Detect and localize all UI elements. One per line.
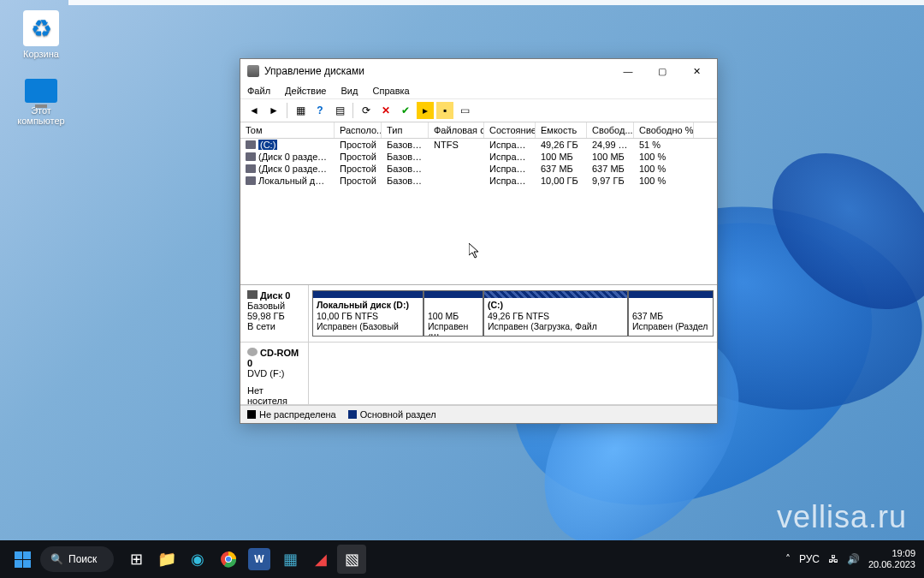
partition-efi[interactable]: 100 МБИсправен (Ши [424, 290, 483, 337]
recycle-glyph: ♻ [23, 10, 59, 46]
app5-icon[interactable]: ▦ [275, 545, 305, 574]
volume-table-header: Том Располо... Тип Файловая с... Состоян… [240, 122, 717, 139]
tray-chevron-icon[interactable]: ˄ [785, 553, 791, 565]
separator [287, 103, 287, 118]
volume-row[interactable]: Локальный диск (... Простой Базовый Испр… [240, 175, 717, 187]
start-button[interactable] [7, 544, 38, 575]
search-placeholder: Поиск [68, 553, 97, 565]
help-icon[interactable]: ? [311, 102, 329, 119]
titlebar[interactable]: Управление дисками — ▢ ✕ [240, 59, 717, 83]
disk-map: Диск 0 Базовый 59,98 ГБ В сети Локальный… [240, 284, 717, 405]
disk-mgmt-task-icon[interactable]: ▧ [337, 545, 366, 574]
search-icon: 🔍 [50, 553, 63, 565]
this-pc-icon[interactable]: Этот компьютер [10, 79, 72, 126]
system-tray: ˄ РУС 🖧 🔊 19:09 20.06.2023 [785, 548, 924, 569]
back-icon[interactable]: ◄ [246, 102, 263, 119]
action3-icon[interactable]: ▪ [436, 102, 453, 119]
clock-time: 19:09 [868, 548, 915, 559]
cdrom-row: CD-ROM 0 DVD (F:) Нет носителя [240, 343, 717, 405]
drive-icon [246, 140, 256, 149]
drive-icon [246, 164, 256, 173]
app-icon [247, 65, 259, 77]
file-explorer-icon[interactable]: 📁 [152, 545, 181, 574]
properties-icon[interactable]: ▤ [331, 102, 348, 119]
partition-c[interactable]: (C:)49,26 ГБ NTFSИсправен (Загрузка, Фай… [483, 290, 628, 337]
svg-point-2 [226, 557, 231, 562]
legend-primary: Основной раздел [348, 409, 436, 420]
windows-logo-icon [15, 551, 31, 568]
refresh-icon[interactable]: ⟳ [358, 102, 375, 119]
toolbar: ◄ ► ▦ ? ▤ ⟳ ✕ ✔ ▸ ▪ ▭ [240, 99, 717, 122]
legend: Не распределена Основной раздел [240, 405, 717, 423]
partition-stripe [484, 291, 627, 298]
close-button[interactable]: ✕ [679, 61, 714, 81]
chrome-icon[interactable] [214, 545, 243, 574]
volume-row[interactable]: (C:) Простой Базовый NTFS Исправен... 49… [240, 139, 717, 151]
minimize-button[interactable]: — [611, 61, 645, 81]
recycle-bin-icon[interactable]: ♻ Корзина [10, 10, 72, 59]
col-status[interactable]: Состояние [484, 122, 536, 138]
edge-icon[interactable]: ◉ [183, 545, 212, 574]
word-icon[interactable]: W [248, 548, 270, 570]
drive-icon [246, 152, 256, 161]
menu-help[interactable]: Справка [373, 86, 410, 96]
clock-date: 20.06.2023 [868, 559, 915, 570]
volume-icon[interactable]: 🔊 [847, 553, 860, 565]
partition-d[interactable]: Локальный диск (D:)10,00 ГБ NTFSИсправен… [312, 290, 424, 337]
partition-stripe [313, 291, 423, 298]
forward-icon[interactable]: ► [265, 102, 282, 119]
watermark: vellisa.ru [777, 499, 907, 535]
col-free[interactable]: Свобод... [587, 122, 634, 138]
app6-icon[interactable]: ◢ [306, 545, 335, 574]
task-view-icon[interactable]: ⊞ [121, 545, 151, 574]
search-box[interactable]: 🔍 Поиск [40, 546, 114, 572]
disk0-partitions: Локальный диск (D:)10,00 ГБ NTFSИсправен… [309, 285, 717, 342]
cdrom-empty [309, 343, 717, 404]
col-pct-free[interactable]: Свободно % [634, 122, 694, 138]
disk-management-window: Управление дисками — ▢ ✕ Файл Действие В… [240, 58, 718, 424]
delete-icon[interactable]: ✕ [377, 102, 394, 119]
clock[interactable]: 19:09 20.06.2023 [868, 548, 915, 569]
volume-table-body: (C:) Простой Базовый NTFS Исправен... 49… [240, 139, 717, 284]
drive-icon [246, 176, 256, 185]
maximize-button[interactable]: ▢ [645, 61, 679, 81]
col-fs[interactable]: Файловая с... [429, 122, 484, 138]
col-capacity[interactable]: Емкость [536, 122, 587, 138]
disk-icon [247, 290, 258, 299]
recycle-label: Корзина [10, 49, 72, 59]
pc-glyph [25, 79, 57, 103]
network-icon[interactable]: 🖧 [828, 553, 838, 565]
menu-file[interactable]: Файл [247, 86, 270, 96]
menubar: Файл Действие Вид Справка [240, 83, 717, 99]
action2-icon[interactable]: ▸ [417, 102, 434, 119]
taskbar: 🔍 Поиск ⊞ 📁 ◉ W ▦ ◢ ▧ ˄ РУС 🖧 🔊 19:09 20… [0, 540, 924, 578]
language-indicator[interactable]: РУС [799, 553, 820, 565]
volume-row[interactable]: (Диск 0 раздел 5) Простой Базовый Исправ… [240, 163, 717, 175]
partition-stripe [424, 291, 483, 298]
disk0-row: Диск 0 Базовый 59,98 ГБ В сети Локальный… [240, 285, 717, 343]
partition-stripe [629, 291, 713, 298]
show-hide-tree-icon[interactable]: ▦ [292, 102, 309, 119]
col-type[interactable]: Тип [382, 122, 429, 138]
menu-action[interactable]: Действие [285, 86, 326, 96]
this-pc-label: Этот компьютер [10, 105, 72, 126]
menu-view[interactable]: Вид [341, 86, 358, 96]
cd-icon [247, 348, 258, 356]
separator [352, 103, 353, 118]
partition-recovery[interactable]: 637 МБИсправен (Раздел во [628, 290, 714, 337]
taskbar-apps: ⊞ 📁 ◉ W ▦ ◢ ▧ [121, 545, 366, 574]
col-layout[interactable]: Располо... [335, 122, 382, 138]
legend-unallocated: Не распределена [247, 409, 336, 420]
cdrom-info[interactable]: CD-ROM 0 DVD (F:) Нет носителя [240, 343, 309, 404]
volume-row[interactable]: (Диск 0 раздел 2) Простой Базовый Исправ… [240, 151, 717, 163]
action1-icon[interactable]: ✔ [397, 102, 414, 119]
col-volume[interactable]: Том [240, 122, 335, 138]
window-title: Управление дисками [264, 65, 611, 77]
disk0-info[interactable]: Диск 0 Базовый 59,98 ГБ В сети [240, 285, 309, 342]
top-band [68, 0, 924, 5]
action4-icon[interactable]: ▭ [456, 102, 473, 119]
